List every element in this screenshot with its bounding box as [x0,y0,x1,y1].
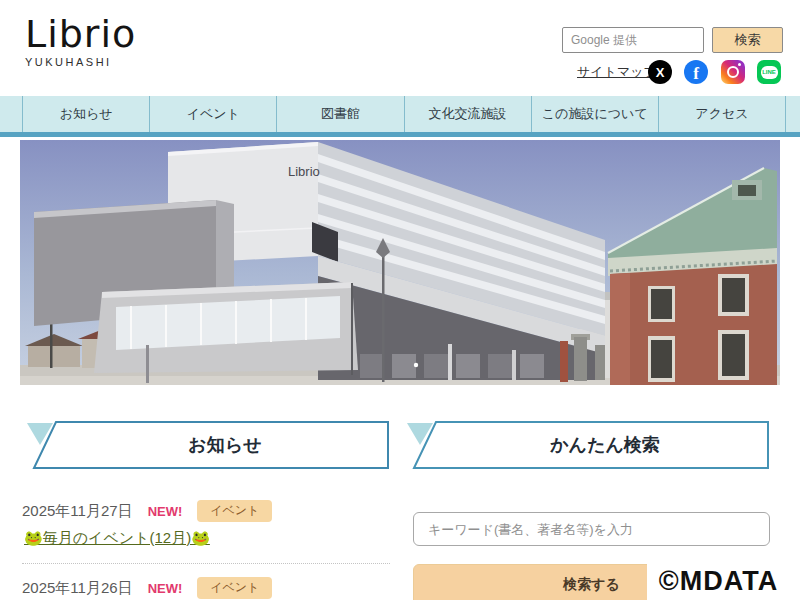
new-badge: NEW! [148,504,183,519]
new-badge: NEW! [148,581,183,596]
google-search-button[interactable]: 検索 [712,27,783,53]
nav-item-events[interactable]: イベント [149,96,276,132]
news-link-monthly-event[interactable]: 🐸毎月のイベント(12月)🐸 [24,529,210,546]
category-badge: イベント [197,500,272,522]
instagram-dot-shape [738,63,741,66]
news-section-title: お知らせ [62,420,388,470]
hero-building-photo: Librio [20,140,780,385]
news-divider [22,563,390,564]
quick-search-section-header: かんたん検索 [402,420,770,472]
quick-search-section-title: かんたん検索 [442,420,768,470]
news-date: 2025年11月27日 [22,502,133,521]
facebook-icon[interactable]: f [684,60,708,84]
watermark: ©MDATA [647,562,790,600]
news-date: 2025年11月26日 [22,579,133,598]
line-bubble-shape: LINE [761,66,778,79]
google-search-input[interactable] [562,27,704,53]
nav-item-news[interactable]: お知らせ [22,96,149,132]
line-icon[interactable]: LINE [757,60,781,84]
news-item: 2025年11月26日 NEW! イベント 冬のスペシャルおはなし会 ぽかぽかの… [22,577,390,600]
x-icon[interactable]: X [648,60,672,84]
nav-item-about[interactable]: この施設について [531,96,658,132]
logo-title: Librio [25,14,136,56]
nav-item-access[interactable]: アクセス [658,96,786,132]
logo-subtitle: YUKUHASHI [25,56,136,68]
nav-item-library[interactable]: 図書館 [276,96,403,132]
hero-illustration: Librio [20,140,780,385]
news-item: 2025年11月27日 NEW! イベント 🐸毎月のイベント(12月)🐸 [22,500,390,548]
instagram-lens-shape [727,66,739,78]
instagram-icon[interactable] [721,60,745,84]
main-nav: お知らせ イベント 図書館 文化交流施設 この施設について アクセス [0,96,800,137]
keyword-search-input[interactable] [413,512,770,546]
hero-building-sign: Librio [288,164,320,179]
news-section-header: お知らせ [22,420,390,472]
sitemap-link[interactable]: サイトマップ [577,63,657,81]
news-list: 2025年11月27日 NEW! イベント 🐸毎月のイベント(12月)🐸 202… [22,500,390,600]
category-badge: イベント [197,577,272,599]
nav-item-culture-facility[interactable]: 文化交流施設 [404,96,531,132]
site-logo[interactable]: Librio YUKUHASHI [25,14,136,68]
